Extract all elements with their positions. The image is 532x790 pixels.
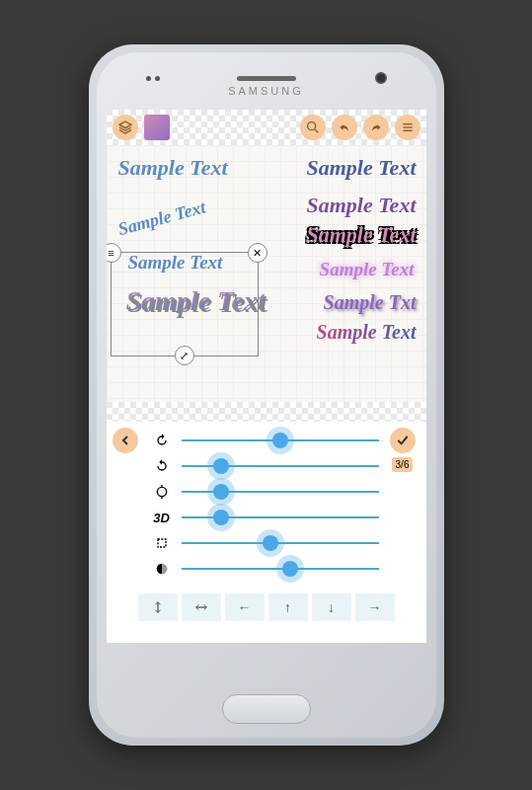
selection-resize-handle[interactable]: ⤢ — [175, 346, 194, 365]
slider-track[interactable] — [182, 465, 379, 467]
3D-icon: 3D — [150, 511, 174, 525]
crop-icon — [150, 535, 174, 551]
svg-line-1 — [315, 129, 318, 132]
menu-button[interactable] — [395, 115, 420, 140]
slider-thumb[interactable] — [213, 510, 229, 525]
slider-crop — [150, 530, 379, 556]
slider-rotate-ccw — [150, 428, 379, 453]
redo-button[interactable] — [363, 115, 389, 140]
slider-rotate-loop — [150, 479, 379, 505]
slider-track[interactable] — [182, 516, 379, 518]
check-icon — [395, 433, 411, 448]
phone-frame: SAMSUNG — [89, 44, 444, 746]
back-button[interactable] — [113, 428, 138, 453]
undo-button[interactable] — [332, 115, 357, 140]
align-left-button[interactable]: ← — [225, 593, 265, 621]
slider-thumb[interactable] — [272, 433, 288, 448]
slider-track[interactable] — [182, 542, 379, 544]
svg-point-5 — [157, 487, 166, 496]
align-down-button[interactable]: ↓ — [312, 593, 351, 621]
search-icon — [305, 119, 321, 135]
sample-text-5[interactable]: Sample Text — [306, 222, 416, 248]
phone-brand: SAMSUNG — [228, 85, 304, 97]
sample-text-1[interactable]: Sample Text — [118, 155, 228, 181]
slider-track[interactable] — [182, 491, 379, 493]
layers-button[interactable] — [113, 115, 138, 140]
sample-text-10[interactable]: Sample Text — [317, 321, 417, 344]
sample-text-4[interactable]: Sample Text — [306, 193, 416, 218]
sample-text-3[interactable]: Sample Text — [115, 190, 235, 240]
undo-icon — [337, 119, 352, 135]
step-indicator: 3/6 — [392, 457, 414, 472]
sample-text-9[interactable]: Sample Txt — [324, 291, 417, 314]
selection-close-handle[interactable]: ✕ — [248, 243, 267, 263]
confirm-button[interactable] — [390, 428, 416, 453]
sliders-group: 3D — [150, 428, 379, 582]
svg-rect-8 — [162, 564, 167, 575]
canvas-area[interactable]: Sample Text Sample Text Sample Text Samp… — [107, 145, 426, 402]
selection-options-handle[interactable]: ≡ — [107, 243, 121, 263]
rotate-loop-icon — [150, 484, 174, 500]
rotate-ccw-icon — [150, 433, 174, 448]
align-center-v-button[interactable] — [138, 593, 178, 621]
slider-thumb[interactable] — [282, 561, 298, 577]
arrow-left-icon — [117, 433, 133, 448]
selection-box[interactable]: ≡ ✕ ⤢ — [111, 252, 259, 356]
svg-point-0 — [307, 122, 315, 130]
svg-rect-6 — [158, 539, 166, 547]
color-picker-button[interactable] — [144, 115, 170, 140]
rotate-cw-icon — [150, 458, 174, 474]
phone-top-hardware: SAMSUNG — [107, 62, 426, 110]
sample-text-7[interactable]: Sample Text — [320, 259, 415, 280]
sample-text-2[interactable]: Sample Text — [306, 155, 416, 181]
phone-body: SAMSUNG — [97, 52, 436, 738]
slider-3D: 3D — [150, 505, 379, 530]
fade-circle-icon — [150, 561, 174, 577]
slider-track[interactable] — [182, 439, 379, 441]
redo-icon — [368, 119, 384, 135]
slider-fade-circle — [150, 556, 379, 582]
app-screen: Sample Text Sample Text Sample Text Samp… — [107, 110, 426, 643]
controls-panel: 3D 3/6 ←↑↓→ — [107, 402, 426, 643]
top-toolbar — [107, 110, 426, 145]
alignment-buttons: ←↑↓→ — [107, 588, 426, 627]
slider-thumb[interactable] — [263, 535, 278, 551]
controls-divider — [107, 402, 426, 422]
slider-thumb[interactable] — [213, 458, 229, 474]
slider-rotate-cw — [150, 453, 379, 479]
align-center-h-button[interactable] — [182, 593, 221, 621]
layers-icon — [117, 119, 133, 135]
slider-thumb[interactable] — [213, 484, 229, 500]
align-up-button[interactable]: ↑ — [268, 593, 308, 621]
slider-track[interactable] — [182, 568, 379, 570]
home-button[interactable] — [222, 694, 311, 724]
zoom-button[interactable] — [300, 115, 326, 140]
menu-icon — [400, 119, 416, 135]
align-right-button[interactable]: → — [355, 593, 395, 621]
